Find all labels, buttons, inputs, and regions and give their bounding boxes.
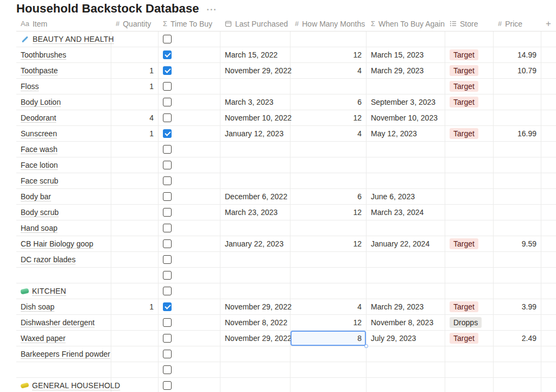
quantity-cell[interactable]: 1	[111, 126, 159, 141]
how-many-months-cell[interactable]	[290, 268, 367, 283]
when-to-buy-again-cell[interactable]	[367, 220, 445, 236]
quantity-cell[interactable]	[111, 283, 159, 299]
store-tag[interactable]: Target	[450, 128, 478, 139]
how-many-months-cell[interactable]: 12	[290, 47, 367, 62]
how-many-months-cell[interactable]	[290, 378, 367, 392]
quantity-cell[interactable]	[111, 142, 159, 157]
time-to-buy-cell[interactable]	[159, 47, 220, 62]
checkbox[interactable]	[163, 192, 172, 201]
item-name[interactable]: BEAUTY AND HEALTH	[33, 35, 114, 43]
price-cell[interactable]: 3.99	[494, 299, 541, 314]
item-cell[interactable]: GENERAL HOUSEHOLD	[16, 378, 111, 392]
how-many-months-cell[interactable]: 6	[290, 189, 367, 204]
column-header-how-many-months[interactable]: # How Many Months	[290, 16, 367, 31]
last-purchased-cell[interactable]	[220, 31, 290, 47]
store-cell[interactable]	[445, 110, 494, 125]
store-tag[interactable]: Target	[450, 333, 478, 344]
item-name[interactable]: Toothbrushes	[21, 50, 66, 59]
last-purchased-cell[interactable]: March 3, 2023	[220, 94, 290, 110]
last-purchased-cell[interactable]	[220, 268, 290, 283]
item-name[interactable]: Hand soap	[21, 224, 58, 232]
when-to-buy-again-cell[interactable]	[367, 362, 445, 377]
item-name[interactable]: Dish soap	[21, 302, 54, 311]
store-cell[interactable]: Target	[445, 63, 494, 78]
last-purchased-cell[interactable]: November 29, 2022	[220, 63, 290, 78]
how-many-months-cell[interactable]: 12	[290, 315, 367, 330]
checkbox[interactable]	[163, 302, 172, 311]
column-header-item[interactable]: Aa Item	[16, 16, 111, 31]
store-cell[interactable]: Target	[445, 79, 494, 94]
quantity-cell[interactable]: 1	[111, 299, 159, 314]
quantity-cell[interactable]	[111, 268, 159, 283]
item-name[interactable]: Face scrub	[21, 176, 58, 185]
quantity-cell[interactable]	[111, 189, 159, 204]
how-many-months-cell[interactable]: 4	[290, 63, 367, 78]
store-cell[interactable]	[445, 268, 494, 283]
checkbox[interactable]	[163, 381, 172, 390]
checkbox[interactable]	[163, 287, 172, 295]
last-purchased-cell[interactable]	[220, 378, 290, 392]
item-name[interactable]: CB Hair Biology goop	[21, 239, 93, 248]
column-header-last-purchased[interactable]: Last Purchased	[220, 16, 290, 31]
checkbox[interactable]	[163, 334, 172, 343]
column-header-price[interactable]: # Price	[494, 16, 541, 31]
quantity-cell[interactable]	[111, 94, 159, 110]
item-name[interactable]: Dishwasher detergent	[21, 318, 94, 327]
time-to-buy-cell[interactable]	[159, 283, 220, 299]
store-tag[interactable]: Target	[450, 81, 478, 92]
column-header-store[interactable]: Store	[445, 16, 494, 31]
last-purchased-cell[interactable]: November 10, 2022	[220, 110, 290, 125]
last-purchased-cell[interactable]	[220, 283, 290, 299]
store-cell[interactable]	[445, 252, 494, 267]
item-cell[interactable]: Body bar	[16, 189, 111, 204]
price-cell[interactable]	[494, 110, 541, 125]
time-to-buy-cell[interactable]	[159, 205, 220, 220]
time-to-buy-cell[interactable]	[159, 362, 220, 377]
price-cell[interactable]: 14.99	[494, 47, 541, 62]
item-name[interactable]: Face lotion	[21, 161, 58, 169]
checkbox[interactable]	[163, 365, 172, 374]
quantity-cell[interactable]	[111, 47, 159, 62]
when-to-buy-again-cell[interactable]	[367, 31, 445, 47]
item-cell[interactable]	[16, 362, 111, 377]
quantity-cell[interactable]: 1	[111, 63, 159, 78]
time-to-buy-cell[interactable]	[159, 79, 220, 94]
last-purchased-cell[interactable]: January 22, 2023	[220, 236, 290, 251]
item-cell[interactable]: Hand soap	[16, 220, 111, 236]
when-to-buy-again-cell[interactable]	[367, 173, 445, 188]
store-tag[interactable]: Target	[450, 97, 478, 108]
when-to-buy-again-cell[interactable]: May 12, 2023	[367, 126, 445, 141]
store-cell[interactable]	[445, 189, 494, 204]
checkbox[interactable]	[163, 161, 172, 169]
page-title[interactable]: Household Backstock Database	[16, 2, 199, 16]
time-to-buy-cell[interactable]	[159, 331, 220, 346]
time-to-buy-cell[interactable]	[159, 299, 220, 314]
price-cell[interactable]	[494, 205, 541, 220]
price-cell[interactable]	[494, 189, 541, 204]
quantity-cell[interactable]: 4	[111, 110, 159, 125]
price-cell[interactable]	[494, 268, 541, 283]
time-to-buy-cell[interactable]	[159, 63, 220, 78]
price-cell[interactable]	[494, 142, 541, 157]
page-menu-button[interactable]: ···	[207, 3, 217, 14]
item-name[interactable]: Barkeepers Friend powder	[21, 350, 110, 358]
how-many-months-cell[interactable]	[290, 157, 367, 173]
quantity-cell[interactable]	[111, 252, 159, 267]
column-header-quantity[interactable]: # Quantity	[111, 16, 159, 31]
checkbox[interactable]	[163, 176, 172, 185]
last-purchased-cell[interactable]	[220, 346, 290, 362]
how-many-months-cell[interactable]	[290, 283, 367, 299]
how-many-months-cell[interactable]	[290, 252, 367, 267]
last-purchased-cell[interactable]: December 6, 2022	[220, 189, 290, 204]
last-purchased-cell[interactable]	[220, 252, 290, 267]
quantity-cell[interactable]	[111, 31, 159, 47]
item-cell[interactable]: Waxed paper	[16, 331, 111, 346]
time-to-buy-cell[interactable]	[159, 268, 220, 283]
quantity-cell[interactable]	[111, 346, 159, 362]
store-cell[interactable]: Target	[445, 299, 494, 314]
quantity-cell[interactable]	[111, 331, 159, 346]
how-many-months-cell[interactable]: 8	[290, 331, 367, 346]
when-to-buy-again-cell[interactable]: June 6, 2023	[367, 189, 445, 204]
item-cell[interactable]: Barkeepers Friend powder	[16, 346, 111, 362]
last-purchased-cell[interactable]	[220, 157, 290, 173]
